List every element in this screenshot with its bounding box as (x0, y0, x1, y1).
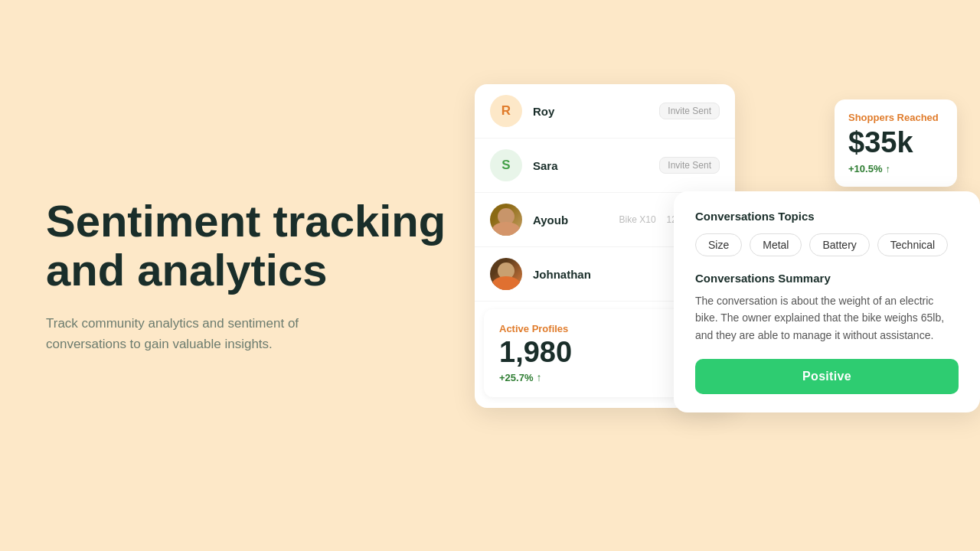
shoppers-label: Shoppers Reached (848, 112, 943, 123)
ui-container: R Roy Invite Sent S Sara Invite Sent Ayo… (475, 84, 980, 467)
conversations-card: Conversations Topics Size Metal Battery … (674, 191, 980, 412)
shoppers-growth-icon: ↑ (885, 163, 890, 174)
person-name-roy: Roy (533, 105, 648, 118)
avatar-roy: R (490, 95, 522, 127)
person-name-johnathan: Johnathan (533, 268, 664, 281)
badge-roy: Invite Sent (659, 103, 720, 119)
topic-technical[interactable]: Technical (877, 233, 948, 256)
growth-arrow-icon: ↑ (536, 371, 541, 383)
avatar-ayoub (490, 204, 522, 236)
left-section: Sentiment tracking and analytics Track c… (46, 197, 467, 354)
shoppers-card: Shoppers Reached $35k +10.5% ↑ (835, 99, 957, 187)
person-name-sara: Sara (533, 159, 648, 172)
topics-heading: Conversations Topics (695, 210, 959, 223)
avatar-johnathan (490, 258, 522, 290)
positive-button[interactable]: Positive (695, 359, 959, 394)
shoppers-value: $35k (848, 128, 943, 157)
avatar-sara: S (490, 149, 522, 181)
topics-row: Size Metal Battery Technical (695, 233, 959, 256)
summary-heading: Conversations Summary (695, 272, 959, 285)
person-name-ayoub: Ayoub (533, 214, 606, 227)
main-heading: Sentiment tracking and analytics (46, 197, 467, 295)
topic-battery[interactable]: Battery (809, 233, 869, 256)
topic-metal[interactable]: Metal (750, 233, 802, 256)
sub-text: Track community analytics and sentiment … (46, 313, 352, 354)
topic-size[interactable]: Size (695, 233, 742, 256)
bike-label-ayoub: Bike X10 (619, 214, 656, 225)
summary-text: The conversation is about the weight of … (695, 292, 959, 344)
table-row: S Sara Invite Sent (475, 139, 735, 193)
table-row: R Roy Invite Sent (475, 84, 735, 139)
shoppers-growth: +10.5% ↑ (848, 163, 943, 174)
badge-sara: Invite Sent (659, 157, 720, 174)
